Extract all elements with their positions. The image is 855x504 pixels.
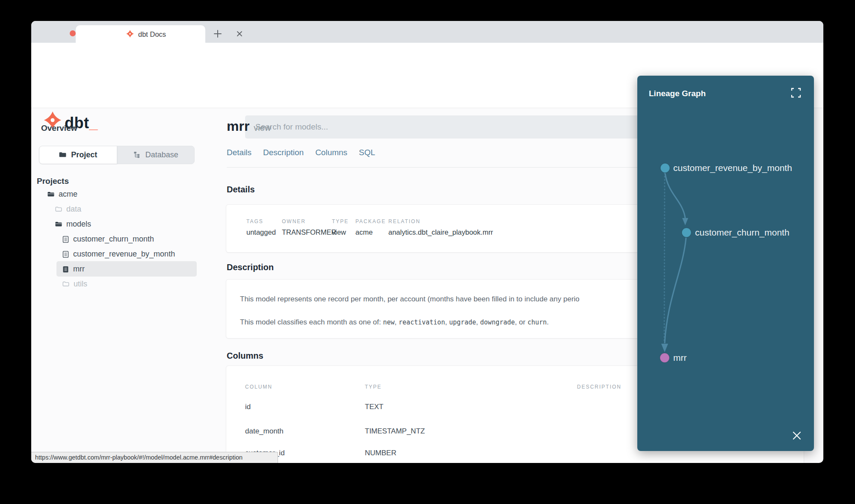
dbt-favicon-icon: [126, 29, 134, 38]
browser-window: dbt Docs getdbt.com/mrr-playbook/#!/mode…: [31, 21, 823, 463]
model-type-badge: view: [254, 123, 271, 133]
file-icon: [62, 236, 69, 243]
nav-link-columns[interactable]: Columns: [315, 148, 347, 157]
description-paragraph: This model classifies each month as one …: [240, 318, 549, 327]
column-header: COLUMN: [245, 384, 272, 390]
status-bar-url: https://www.getdbt.com/mrr-playbook/#!/m…: [31, 452, 278, 463]
lineage-node-customer-churn-month[interactable]: [682, 228, 691, 237]
code-part: downgrade: [480, 318, 515, 326]
database-tree-icon: [133, 151, 141, 159]
tree-item-label: customer_churn_month: [73, 235, 154, 244]
text-part: This model classifies each month as one …: [240, 318, 383, 326]
details-heading: Details: [227, 185, 255, 195]
tab-database[interactable]: Database: [117, 146, 195, 164]
code-part: new: [383, 318, 395, 326]
description-paragraph: This model represents one record per mon…: [240, 295, 580, 304]
tab-project-label: Project: [71, 150, 97, 159]
code-part: churn: [527, 318, 547, 326]
field-value: view: [332, 228, 346, 236]
folder-open-icon: [55, 221, 62, 228]
text-part: ,: [395, 318, 399, 326]
field-label: RELATION: [388, 218, 420, 224]
table-cell-column: date_month: [245, 427, 284, 436]
text-part: .: [547, 318, 549, 326]
close-window-button[interactable]: [70, 30, 76, 36]
tab-database-label: Database: [145, 150, 178, 159]
tree-item-label: mrr: [73, 265, 85, 274]
table-cell-type: TEXT: [365, 403, 383, 411]
lineage-node-mrr[interactable]: [660, 353, 669, 363]
table-cell-type: NUMBER: [365, 449, 396, 457]
lineage-node-customer-revenue-by-month[interactable]: [660, 163, 670, 173]
lineage-graph-panel: Lineage Graph customer_revenue_by_month …: [637, 76, 814, 451]
model-nav: Details Description Columns SQL: [227, 148, 375, 157]
field-label: TAGS: [246, 218, 263, 224]
tree-item-label: data: [66, 205, 81, 214]
tree-item-label: customer_revenue_by_month: [73, 250, 175, 259]
table-cell-column: id: [245, 403, 251, 411]
field-value: acme: [355, 228, 373, 236]
logo-underscore: _: [89, 114, 98, 132]
folder-icon: [59, 151, 67, 159]
tab-close-icon[interactable]: [235, 29, 244, 38]
field-value: analytics.dbt_claire_playbook.mrr: [388, 228, 493, 236]
field-value: TRANSFORMER: [282, 228, 336, 236]
folder-outline-icon: [62, 280, 70, 288]
text-part: ,: [445, 318, 449, 326]
field-value: untagged: [246, 228, 276, 236]
lineage-node-label: customer_churn_month: [695, 227, 790, 238]
browser-toolbar: getdbt.com/mrr-playbook/#!/model/model.a…: [31, 43, 823, 60]
tree-item-label: utils: [74, 280, 87, 289]
table-cell-type: TIMESTAMP_NTZ: [365, 427, 425, 436]
folder-open-icon: [47, 191, 55, 198]
new-tab-button[interactable]: [213, 29, 223, 39]
nav-link-sql[interactable]: SQL: [359, 148, 375, 157]
nav-link-description[interactable]: Description: [263, 148, 304, 157]
field-label: OWNER: [282, 218, 306, 224]
tree-item-label: models: [66, 220, 91, 229]
tree-item-acme[interactable]: acme: [47, 187, 77, 202]
nav-link-details[interactable]: Details: [227, 148, 251, 157]
tree-item-customer-churn-month[interactable]: customer_churn_month: [62, 232, 154, 247]
field-label: TYPE: [332, 218, 349, 224]
file-icon: [62, 251, 69, 258]
tree-item-data[interactable]: data: [55, 202, 81, 217]
tab-project[interactable]: Project: [39, 146, 117, 164]
text-part: , or: [515, 318, 527, 326]
sidebar-overview-link[interactable]: Overview: [41, 124, 77, 133]
file-solid-icon: [62, 265, 69, 273]
sidebar-view-switcher: Project Database: [39, 146, 195, 164]
projects-section-label: Projects: [37, 177, 69, 186]
browser-tab[interactable]: dbt Docs: [76, 25, 205, 43]
lineage-node-label: mrr: [673, 353, 686, 363]
columns-heading: Columns: [227, 351, 263, 361]
column-header: DESCRIPTION: [577, 384, 621, 390]
close-icon[interactable]: [791, 430, 802, 441]
folder-outline-icon: [55, 206, 62, 213]
tree-item-customer-revenue-by-month[interactable]: customer_revenue_by_month: [62, 247, 175, 262]
page-title: mrrview: [227, 118, 271, 134]
tree-item-label: acme: [59, 190, 77, 199]
lineage-graph-canvas[interactable]: [637, 76, 814, 451]
tree-item-models[interactable]: models: [55, 217, 91, 232]
column-header: TYPE: [365, 384, 382, 390]
text-part: ,: [476, 318, 480, 326]
model-name: mrr: [227, 118, 249, 134]
code-part: reactivation: [399, 318, 445, 326]
tab-strip: dbt Docs: [31, 21, 823, 43]
code-part: upgrade: [449, 318, 476, 326]
lineage-node-label: customer_revenue_by_month: [673, 163, 792, 173]
tree-item-mrr-selected[interactable]: mrr: [62, 262, 85, 277]
field-label: PACKAGE: [355, 218, 386, 224]
tab-title: dbt Docs: [138, 30, 166, 38]
tree-item-utils[interactable]: utils: [62, 277, 87, 292]
description-heading: Description: [227, 262, 274, 272]
